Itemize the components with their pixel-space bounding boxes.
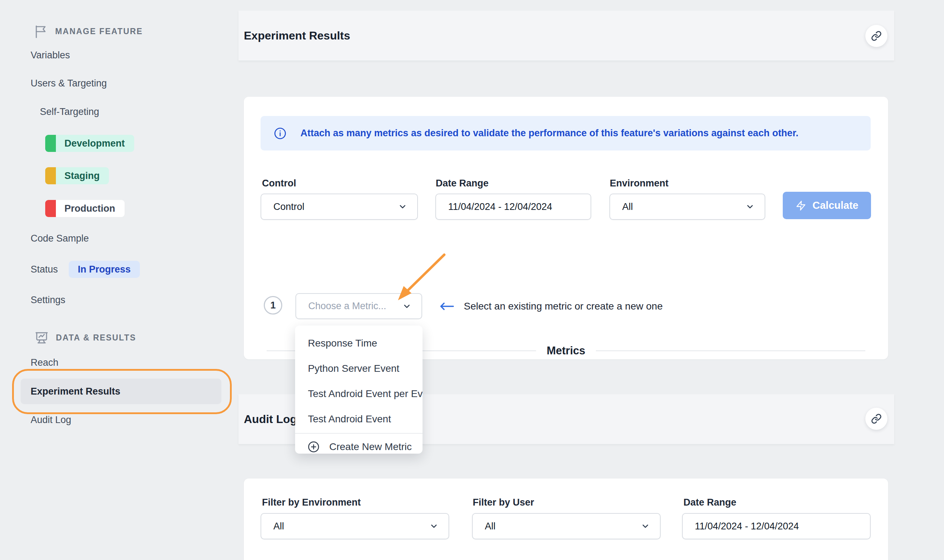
chevron-down-icon: [429, 522, 439, 531]
lightning-bolt-icon: [796, 200, 806, 211]
production-color-bar: [45, 200, 56, 217]
info-banner-text: Attach as many metrics as desired to val…: [300, 128, 798, 139]
sidebar-env-staging[interactable]: Staging: [45, 167, 109, 184]
sidebar-item-audit-log[interactable]: Audit Log: [31, 414, 71, 426]
app-root: MANAGE FEATURE Variables Users & Targeti…: [0, 0, 944, 560]
sidebar-status-row: Status In Progress: [31, 261, 140, 278]
environment-label: Environment: [610, 178, 668, 189]
metric-helper: Select an existing metric or create a ne…: [439, 293, 663, 319]
sidebar-env-production[interactable]: Production: [45, 200, 125, 217]
filter-environment-label: Filter by Environment: [262, 497, 361, 508]
menu-item-test-android-event[interactable]: Test Android Event: [295, 406, 422, 432]
link-icon: [871, 31, 882, 41]
data-results-section-header: DATA & RESULTS: [34, 329, 136, 346]
filter-environment-select[interactable]: All: [260, 513, 449, 539]
page-header: Experiment Results: [239, 11, 894, 60]
date-range-input[interactable]: 11/04/2024 - 12/04/2024: [435, 194, 591, 220]
chevron-down-icon: [402, 302, 411, 311]
staging-color-bar: [45, 167, 56, 184]
create-new-metric-button[interactable]: Create New Metric: [295, 435, 422, 454]
experiment-results-card: Attach as many metrics as desired to val…: [244, 97, 888, 359]
manage-feature-label: MANAGE FEATURE: [55, 27, 143, 36]
link-icon: [871, 414, 882, 424]
sidebar-item-users-targeting[interactable]: Users & Targeting: [31, 78, 107, 89]
presentation-chart-icon: [34, 329, 49, 346]
chevron-down-icon: [398, 202, 407, 211]
audit-log-title: Audit Log: [244, 394, 297, 444]
audit-log-card: Filter by Environment All Filter by User…: [244, 478, 888, 560]
audit-date-range-input[interactable]: 11/04/2024 - 12/04/2024: [682, 513, 871, 539]
sidebar-item-variables[interactable]: Variables: [31, 50, 70, 61]
metrics-heading: Metrics: [547, 345, 585, 357]
menu-item-python-server-event[interactable]: Python Server Event: [295, 356, 422, 381]
page-title: Experiment Results: [244, 11, 350, 60]
info-icon: [273, 127, 287, 140]
experiment-results-label: Experiment Results: [31, 386, 120, 397]
menu-divider: [295, 433, 422, 434]
info-banner: Attach as many metrics as desired to val…: [260, 116, 871, 151]
flag-icon: [34, 23, 49, 39]
status-badge[interactable]: In Progress: [69, 261, 140, 278]
sidebar-item-settings[interactable]: Settings: [31, 295, 66, 306]
control-label: Control: [262, 178, 296, 189]
control-select[interactable]: Control: [260, 194, 418, 220]
sidebar-item-reach[interactable]: Reach: [31, 357, 59, 368]
filter-user-select[interactable]: All: [472, 513, 661, 539]
calculate-button[interactable]: Calculate: [783, 192, 871, 219]
sidebar-item-experiment-results[interactable]: Experiment Results: [21, 378, 222, 404]
status-label: Status: [31, 264, 58, 275]
chevron-down-icon: [745, 202, 755, 211]
manage-feature-section-header: MANAGE FEATURE: [34, 23, 143, 39]
copy-link-button[interactable]: [865, 408, 887, 430]
copy-link-button[interactable]: [865, 25, 887, 47]
choose-metric-placeholder: Choose a Metric...: [308, 301, 386, 312]
menu-item-response-time[interactable]: Response Time: [295, 331, 422, 356]
metric-step-number: 1: [264, 296, 282, 314]
plus-circle-icon: [307, 440, 320, 453]
filter-user-label: Filter by User: [473, 497, 534, 508]
chevron-down-icon: [641, 522, 650, 531]
divider-line: [596, 351, 865, 351]
data-results-label: DATA & RESULTS: [56, 333, 136, 343]
choose-metric-select[interactable]: Choose a Metric...: [296, 293, 422, 319]
environment-select[interactable]: All: [610, 194, 765, 220]
metric-helper-text: Select an existing metric or create a ne…: [464, 301, 663, 312]
left-arrow-icon: [439, 302, 454, 311]
audit-date-range-label: Date Range: [684, 497, 736, 508]
sidebar-env-development[interactable]: Development: [45, 135, 134, 152]
sidebar: MANAGE FEATURE Variables Users & Targeti…: [0, 0, 239, 560]
sidebar-item-self-targeting[interactable]: Self-Targeting: [40, 106, 99, 117]
metric-dropdown-menu: Response Time Python Server Event Test A…: [295, 326, 422, 454]
sidebar-item-code-sample[interactable]: Code Sample: [31, 233, 89, 244]
menu-item-test-android-event-per-event[interactable]: Test Android Event per Ev: [295, 381, 422, 406]
development-color-bar: [45, 135, 56, 152]
date-range-label: Date Range: [436, 178, 489, 189]
